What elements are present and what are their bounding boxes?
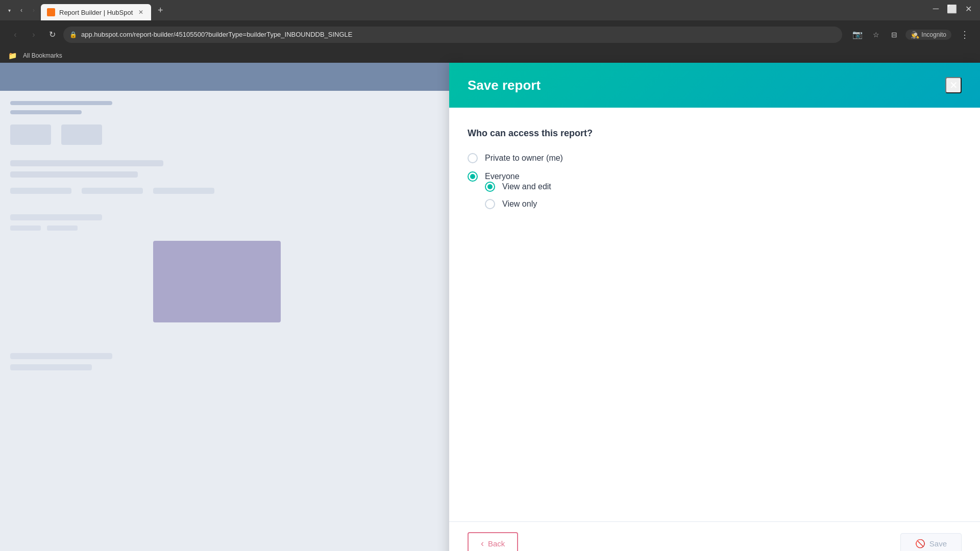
save-report-modal: Save report ✕ Who can access this report… [449,63,980,551]
modal-footer: ‹ Back 🚫 Save [449,521,980,551]
incognito-badge: 🕵 Incognito [905,30,951,40]
bookmarks-label: All Bookmarks [23,52,62,59]
forward-nav-btn[interactable]: › [27,28,41,42]
radio-option-private[interactable]: Private to owner (me) [468,153,962,163]
back-button[interactable]: ‹ Back [468,532,518,551]
radio-option-everyone: Everyone View and edit [468,171,962,209]
app-background [0,63,449,551]
back-label: Back [488,539,505,548]
minimize-icon[interactable]: ─ [933,4,939,14]
modal-body: Who can access this report? Private to o… [449,108,980,521]
radio-view-edit-input[interactable] [485,182,495,192]
radio-option-view-edit[interactable]: View and edit [485,182,962,192]
tab-back-btn[interactable]: ‹ [16,5,27,15]
bookmarks-folder-icon: 📁 [8,52,17,60]
access-question: Who can access this report? [468,128,962,139]
radio-option-view-only[interactable]: View only [485,199,962,209]
browser-menu-btn[interactable]: ⋮ [958,28,972,42]
incognito-icon: 🕵 [911,31,919,39]
radio-everyone-input[interactable] [468,171,478,182]
close-window-icon[interactable]: ✕ [965,4,972,14]
radio-view-only-input[interactable] [485,199,495,209]
modal-close-btn[interactable]: ✕ [945,77,962,93]
reload-btn[interactable]: ↻ [45,28,59,42]
new-tab-btn[interactable]: + [153,3,167,17]
incognito-label: Incognito [921,31,946,38]
modal-title: Save report [468,78,541,93]
save-button[interactable]: 🚫 Save [900,533,962,551]
ssl-lock-icon: 🔒 [69,31,77,38]
bookmark-star-icon[interactable]: ☆ [869,28,883,42]
radio-private-label: Private to owner (me) [485,154,563,163]
sub-options-group: View and edit View only [485,182,962,209]
tab-dropdown-btn[interactable]: ▾ [4,5,14,15]
tab-favicon [47,8,55,16]
radio-private-input[interactable] [468,153,478,163]
back-arrow-icon: ‹ [481,538,484,549]
radio-everyone-label: Everyone [485,172,520,181]
url-display[interactable]: app.hubspot.com/report-builder/45105500?… [81,31,836,38]
access-options-group: Private to owner (me) Everyone [468,153,962,209]
active-tab[interactable]: Report Builder | HubSpot ✕ [41,4,151,20]
tab-forward-btn[interactable]: › [29,5,39,15]
save-label: Save [929,539,947,548]
modal-header: Save report ✕ [449,63,980,108]
back-nav-btn[interactable]: ‹ [8,28,22,42]
radio-view-only-label: View only [502,199,537,209]
split-view-icon[interactable]: ⊟ [887,28,901,42]
camera-icon: 📷 [850,28,865,42]
maximize-icon[interactable]: ⬜ [947,4,957,14]
tab-close-btn[interactable]: ✕ [137,8,145,16]
radio-view-edit-label: View and edit [502,182,551,191]
save-disabled-icon: 🚫 [915,539,925,548]
tab-title: Report Builder | HubSpot [59,9,133,16]
close-icon: ✕ [949,79,958,91]
